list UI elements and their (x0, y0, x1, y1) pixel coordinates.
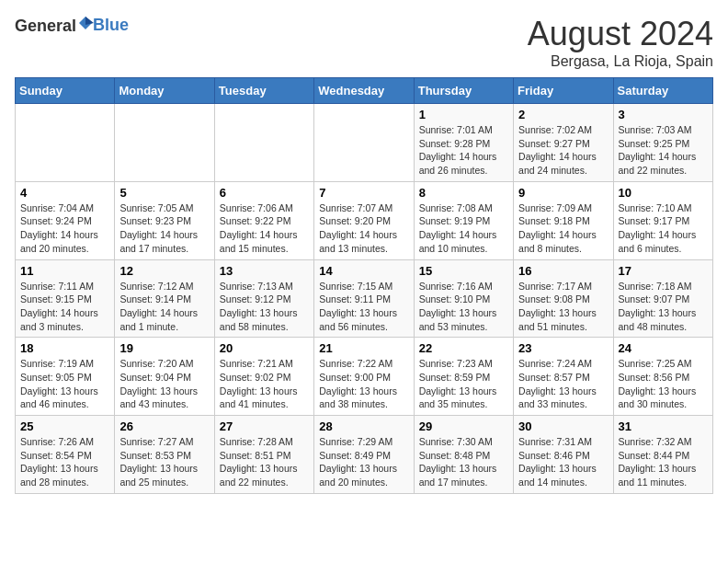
day-number: 20 (220, 341, 309, 355)
day-number: 5 (119, 186, 209, 200)
day-info: Sunrise: 7:22 AM Sunset: 9:00 PM Dayligh… (319, 357, 408, 411)
day-number: 28 (319, 419, 408, 433)
day-info: Sunrise: 7:07 AM Sunset: 9:20 PM Dayligh… (319, 201, 408, 256)
day-number: 10 (619, 186, 708, 200)
day-info: Sunrise: 7:09 AM Sunset: 9:18 PM Dayligh… (518, 201, 608, 256)
day-info: Sunrise: 7:26 AM Sunset: 8:54 PM Dayligh… (20, 435, 109, 489)
day-info: Sunrise: 7:03 AM Sunset: 9:25 PM Dayligh… (619, 123, 708, 178)
calendar-cell: 12Sunrise: 7:12 AM Sunset: 9:14 PM Dayli… (115, 259, 214, 338)
day-info: Sunrise: 7:19 AM Sunset: 9:05 PM Dayligh… (20, 357, 109, 411)
day-info: Sunrise: 7:32 AM Sunset: 8:44 PM Dayligh… (619, 435, 708, 489)
calendar-cell: 17Sunrise: 7:18 AM Sunset: 9:07 PM Dayli… (613, 259, 712, 338)
day-number: 12 (119, 264, 209, 278)
calendar-cell: 25Sunrise: 7:26 AM Sunset: 8:54 PM Dayli… (16, 416, 115, 494)
day-number: 21 (319, 341, 408, 355)
day-info: Sunrise: 7:29 AM Sunset: 8:49 PM Dayligh… (319, 435, 408, 489)
calendar-cell: 14Sunrise: 7:15 AM Sunset: 9:11 PM Dayli… (314, 259, 414, 338)
day-number: 3 (619, 108, 708, 121)
day-info: Sunrise: 7:01 AM Sunset: 9:28 PM Dayligh… (419, 123, 508, 178)
day-info: Sunrise: 7:05 AM Sunset: 9:23 PM Dayligh… (119, 201, 209, 256)
calendar-header: Sunday Monday Tuesday Wednesday Thursday… (16, 78, 713, 104)
day-number: 23 (518, 341, 608, 355)
month-year-title: August 2024 (528, 15, 713, 53)
logo-blue-text: Blue (93, 16, 129, 34)
day-info: Sunrise: 7:08 AM Sunset: 9:19 PM Dayligh… (419, 201, 508, 256)
calendar-cell (16, 104, 115, 182)
calendar-cell: 3Sunrise: 7:03 AM Sunset: 9:25 PM Daylig… (613, 104, 712, 182)
day-number: 24 (619, 341, 708, 355)
location-subtitle: Bergasa, La Rioja, Spain (528, 53, 713, 70)
calendar-cell: 31Sunrise: 7:32 AM Sunset: 8:44 PM Dayli… (613, 416, 712, 494)
calendar-cell: 21Sunrise: 7:22 AM Sunset: 9:00 PM Dayli… (314, 338, 414, 416)
day-info: Sunrise: 7:18 AM Sunset: 9:07 PM Dayligh… (619, 280, 708, 334)
day-info: Sunrise: 7:31 AM Sunset: 8:46 PM Dayligh… (518, 435, 608, 489)
header-saturday: Saturday (613, 78, 712, 104)
header-tuesday: Tuesday (214, 78, 313, 104)
day-info: Sunrise: 7:13 AM Sunset: 9:12 PM Dayligh… (220, 280, 309, 334)
day-number: 29 (419, 419, 508, 433)
day-info: Sunrise: 7:02 AM Sunset: 9:27 PM Dayligh… (518, 123, 608, 178)
calendar-cell: 10Sunrise: 7:10 AM Sunset: 9:17 PM Dayli… (613, 181, 712, 259)
calendar-cell: 5Sunrise: 7:05 AM Sunset: 9:23 PM Daylig… (115, 181, 214, 259)
calendar-cell: 13Sunrise: 7:13 AM Sunset: 9:12 PM Dayli… (214, 259, 313, 338)
day-info: Sunrise: 7:23 AM Sunset: 8:59 PM Dayligh… (419, 357, 508, 411)
calendar-cell: 29Sunrise: 7:30 AM Sunset: 8:48 PM Dayli… (414, 416, 513, 494)
calendar-cell (214, 104, 313, 182)
day-info: Sunrise: 7:21 AM Sunset: 9:02 PM Dayligh… (220, 357, 309, 411)
day-info: Sunrise: 7:04 AM Sunset: 9:24 PM Dayligh… (20, 201, 109, 256)
day-info: Sunrise: 7:10 AM Sunset: 9:17 PM Dayligh… (619, 201, 708, 256)
calendar-cell: 27Sunrise: 7:28 AM Sunset: 8:51 PM Dayli… (214, 416, 313, 494)
calendar-cell (115, 104, 214, 182)
day-info: Sunrise: 7:24 AM Sunset: 8:57 PM Dayligh… (518, 357, 608, 411)
day-number: 13 (220, 264, 309, 278)
day-info: Sunrise: 7:20 AM Sunset: 9:04 PM Dayligh… (119, 357, 209, 411)
day-number: 1 (419, 108, 508, 121)
day-number: 26 (119, 419, 209, 433)
day-info: Sunrise: 7:27 AM Sunset: 8:53 PM Dayligh… (119, 435, 209, 489)
day-number: 17 (619, 264, 708, 278)
calendar-cell: 19Sunrise: 7:20 AM Sunset: 9:04 PM Dayli… (115, 338, 214, 416)
calendar-cell: 11Sunrise: 7:11 AM Sunset: 9:15 PM Dayli… (16, 259, 115, 338)
calendar-body: 1Sunrise: 7:01 AM Sunset: 9:28 PM Daylig… (16, 104, 713, 494)
day-number: 11 (20, 264, 109, 278)
calendar-cell: 20Sunrise: 7:21 AM Sunset: 9:02 PM Dayli… (214, 338, 313, 416)
calendar-cell: 28Sunrise: 7:29 AM Sunset: 8:49 PM Dayli… (314, 416, 414, 494)
day-number: 18 (20, 341, 109, 355)
header-wednesday: Wednesday (314, 78, 414, 104)
calendar-cell (314, 104, 414, 182)
logo: General Blue (15, 15, 129, 36)
logo-general-text: General (15, 17, 76, 35)
day-number: 6 (220, 186, 309, 200)
calendar-cell: 1Sunrise: 7:01 AM Sunset: 9:28 PM Daylig… (414, 104, 513, 182)
calendar-cell: 22Sunrise: 7:23 AM Sunset: 8:59 PM Dayli… (414, 338, 513, 416)
day-number: 19 (119, 341, 209, 355)
header-sunday: Sunday (16, 78, 115, 104)
week-row-2: 4Sunrise: 7:04 AM Sunset: 9:24 PM Daylig… (16, 181, 713, 259)
calendar-cell: 7Sunrise: 7:07 AM Sunset: 9:20 PM Daylig… (314, 181, 414, 259)
weekday-row: Sunday Monday Tuesday Wednesday Thursday… (16, 78, 713, 104)
calendar-cell: 2Sunrise: 7:02 AM Sunset: 9:27 PM Daylig… (514, 104, 613, 182)
week-row-1: 1Sunrise: 7:01 AM Sunset: 9:28 PM Daylig… (16, 104, 713, 182)
day-number: 25 (20, 419, 109, 433)
calendar-cell: 15Sunrise: 7:16 AM Sunset: 9:10 PM Dayli… (414, 259, 513, 338)
calendar-cell: 30Sunrise: 7:31 AM Sunset: 8:46 PM Dayli… (514, 416, 613, 494)
day-number: 14 (319, 264, 408, 278)
page-header: General Blue August 2024 Bergasa, La Rio… (15, 15, 713, 70)
day-number: 22 (419, 341, 508, 355)
calendar-cell: 23Sunrise: 7:24 AM Sunset: 8:57 PM Dayli… (514, 338, 613, 416)
day-info: Sunrise: 7:28 AM Sunset: 8:51 PM Dayligh… (220, 435, 309, 489)
calendar-cell: 8Sunrise: 7:08 AM Sunset: 9:19 PM Daylig… (414, 181, 513, 259)
calendar-cell: 4Sunrise: 7:04 AM Sunset: 9:24 PM Daylig… (16, 181, 115, 259)
logo-icon (77, 15, 94, 31)
day-info: Sunrise: 7:12 AM Sunset: 9:14 PM Dayligh… (119, 280, 209, 334)
calendar-cell: 6Sunrise: 7:06 AM Sunset: 9:22 PM Daylig… (214, 181, 313, 259)
day-number: 27 (220, 419, 309, 433)
day-info: Sunrise: 7:06 AM Sunset: 9:22 PM Dayligh… (220, 201, 309, 256)
day-number: 15 (419, 264, 508, 278)
header-monday: Monday (115, 78, 214, 104)
day-number: 7 (319, 186, 408, 200)
calendar-cell: 24Sunrise: 7:25 AM Sunset: 8:56 PM Dayli… (613, 338, 712, 416)
day-number: 30 (518, 419, 608, 433)
header-thursday: Thursday (414, 78, 513, 104)
week-row-5: 25Sunrise: 7:26 AM Sunset: 8:54 PM Dayli… (16, 416, 713, 494)
